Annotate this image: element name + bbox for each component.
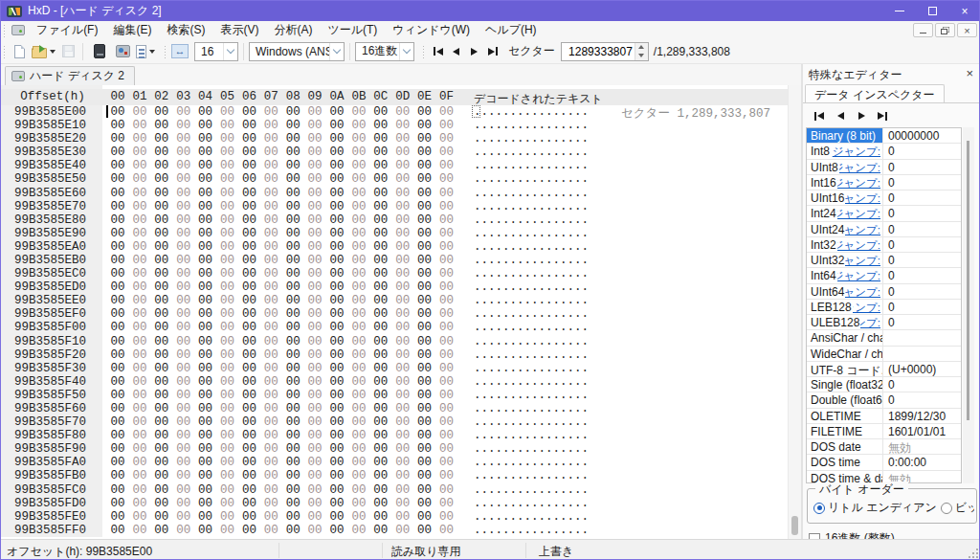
hex-decoded-text[interactable]: ................ bbox=[474, 213, 589, 227]
hex-byte[interactable]: 00 bbox=[260, 294, 281, 307]
inspector-row[interactable]: Double (float64)0 bbox=[807, 392, 961, 408]
hex-byte[interactable]: 00 bbox=[304, 267, 325, 280]
hex-byte[interactable]: 00 bbox=[282, 335, 303, 348]
hex-byte[interactable]: 00 bbox=[217, 469, 238, 482]
hex-byte[interactable]: 00 bbox=[392, 415, 413, 429]
hex-byte[interactable]: 00 bbox=[282, 456, 303, 469]
hex-byte[interactable]: 00 bbox=[282, 132, 303, 146]
hex-byte[interactable]: 00 bbox=[151, 146, 172, 159]
radio-big-endian[interactable] bbox=[941, 503, 952, 514]
hex-byte[interactable]: 00 bbox=[348, 280, 369, 294]
hex-byte[interactable]: 00 bbox=[195, 321, 216, 334]
hex-byte[interactable]: 00 bbox=[238, 321, 259, 334]
hex-byte[interactable]: 00 bbox=[129, 254, 150, 267]
hex-byte[interactable]: 00 bbox=[195, 483, 216, 497]
hex-byte[interactable]: 00 bbox=[195, 307, 216, 321]
hex-byte[interactable]: 00 bbox=[392, 510, 413, 524]
hex-byte[interactable]: 00 bbox=[173, 307, 194, 321]
hex-byte[interactable]: 00 bbox=[436, 389, 457, 402]
hex-byte[interactable]: 00 bbox=[326, 375, 347, 389]
hex-byte[interactable]: 00 bbox=[304, 240, 325, 254]
hex-byte[interactable]: 00 bbox=[151, 497, 172, 510]
hex-byte[interactable]: 00 bbox=[370, 442, 391, 456]
hex-byte[interactable]: 00 bbox=[436, 254, 457, 267]
hex-byte[interactable]: 00 bbox=[392, 200, 413, 213]
inspector-value[interactable]: 1601/01/01 bbox=[883, 424, 961, 438]
hex-byte[interactable]: 00 bbox=[195, 510, 216, 524]
hex-byte[interactable]: 00 bbox=[348, 159, 369, 172]
hex-byte[interactable]: 00 bbox=[436, 187, 457, 200]
hex-byte[interactable]: 00 bbox=[436, 105, 457, 119]
hex-byte[interactable]: 00 bbox=[326, 442, 347, 456]
hex-byte[interactable]: 00 bbox=[238, 335, 259, 348]
hex-byte[interactable]: 00 bbox=[217, 146, 238, 159]
hex-byte[interactable]: 00 bbox=[217, 389, 238, 402]
menu-item[interactable]: 検索(S) bbox=[159, 21, 212, 39]
hex-byte[interactable]: 00 bbox=[282, 213, 303, 227]
hex-byte[interactable]: 00 bbox=[217, 119, 238, 132]
hex-byte[interactable]: 00 bbox=[151, 172, 172, 186]
hex-decoded-text[interactable]: ................ bbox=[474, 524, 589, 537]
hex-byte[interactable]: 00 bbox=[260, 119, 281, 132]
inspector-next-button[interactable] bbox=[852, 107, 871, 124]
hex-byte[interactable]: 00 bbox=[238, 187, 259, 200]
hex-byte[interactable]: 00 bbox=[282, 415, 303, 429]
hex-byte[interactable]: 00 bbox=[282, 227, 303, 240]
hex-byte[interactable]: 00 bbox=[348, 132, 369, 146]
hex-byte[interactable]: 00 bbox=[348, 227, 369, 240]
hex-byte[interactable]: 00 bbox=[195, 227, 216, 240]
hex-byte[interactable]: 00 bbox=[107, 375, 128, 389]
hex-byte[interactable]: 00 bbox=[217, 456, 238, 469]
hex-byte[interactable]: 00 bbox=[414, 321, 435, 334]
hex-byte[interactable]: 00 bbox=[436, 524, 457, 537]
hex-byte[interactable]: 00 bbox=[370, 456, 391, 469]
hex-byte[interactable]: 00 bbox=[304, 375, 325, 389]
hex-byte[interactable]: 00 bbox=[260, 415, 281, 429]
hex-byte[interactable]: 00 bbox=[414, 389, 435, 402]
hex-byte[interactable]: 00 bbox=[348, 442, 369, 456]
hex-byte[interactable]: 00 bbox=[414, 267, 435, 280]
hex-byte[interactable]: 00 bbox=[195, 524, 216, 537]
hex-byte[interactable]: 00 bbox=[326, 172, 347, 186]
hex-byte[interactable]: 00 bbox=[282, 510, 303, 524]
hex-decoded-text[interactable]: ................ bbox=[474, 510, 589, 524]
hex-byte[interactable]: 00 bbox=[173, 213, 194, 227]
hex-byte[interactable]: 00 bbox=[414, 335, 435, 348]
hex-byte[interactable]: 00 bbox=[326, 321, 347, 334]
hex-byte[interactable]: 00 bbox=[304, 213, 325, 227]
hex-byte[interactable]: 00 bbox=[173, 254, 194, 267]
hex-byte[interactable]: 00 bbox=[238, 227, 259, 240]
hex-byte[interactable]: 00 bbox=[436, 132, 457, 146]
inspector-previous-button[interactable] bbox=[831, 107, 850, 124]
hex-byte[interactable]: 00 bbox=[151, 375, 172, 389]
hex-byte[interactable]: 00 bbox=[348, 402, 369, 415]
hex-byte[interactable]: 00 bbox=[392, 105, 413, 119]
hex-byte[interactable]: 00 bbox=[238, 362, 259, 375]
hex-byte[interactable]: 00 bbox=[414, 294, 435, 307]
hex-byte[interactable]: 00 bbox=[348, 307, 369, 321]
hex-byte[interactable]: 00 bbox=[282, 172, 303, 186]
hex-byte[interactable]: 00 bbox=[217, 227, 238, 240]
inspector-value[interactable]: 0 bbox=[883, 377, 961, 392]
hex-byte[interactable]: 00 bbox=[326, 510, 347, 524]
hex-byte[interactable]: 00 bbox=[392, 389, 413, 402]
hex-byte[interactable]: 00 bbox=[107, 429, 128, 442]
hex-byte[interactable]: 00 bbox=[348, 510, 369, 524]
mdi-restore-button[interactable] bbox=[935, 23, 955, 37]
hex-byte[interactable]: 00 bbox=[217, 429, 238, 442]
hex-byte[interactable]: 00 bbox=[414, 483, 435, 497]
inspector-value[interactable]: 0 bbox=[883, 392, 961, 407]
hex-byte[interactable]: 00 bbox=[173, 483, 194, 497]
hex-byte[interactable]: 00 bbox=[392, 159, 413, 172]
hex-byte[interactable]: 00 bbox=[173, 335, 194, 348]
hex-byte[interactable]: 00 bbox=[392, 307, 413, 321]
inspector-value[interactable]: 0 bbox=[883, 206, 961, 220]
hex-byte[interactable]: 00 bbox=[304, 442, 325, 456]
hex-byte[interactable]: 00 bbox=[107, 172, 128, 186]
hex-byte[interactable]: 00 bbox=[282, 146, 303, 159]
save-button[interactable] bbox=[57, 41, 78, 62]
hex-byte[interactable]: 00 bbox=[217, 172, 238, 186]
hex-byte[interactable]: 00 bbox=[107, 119, 128, 132]
hex-byte[interactable]: 00 bbox=[370, 402, 391, 415]
hex-byte[interactable]: 00 bbox=[129, 280, 150, 294]
